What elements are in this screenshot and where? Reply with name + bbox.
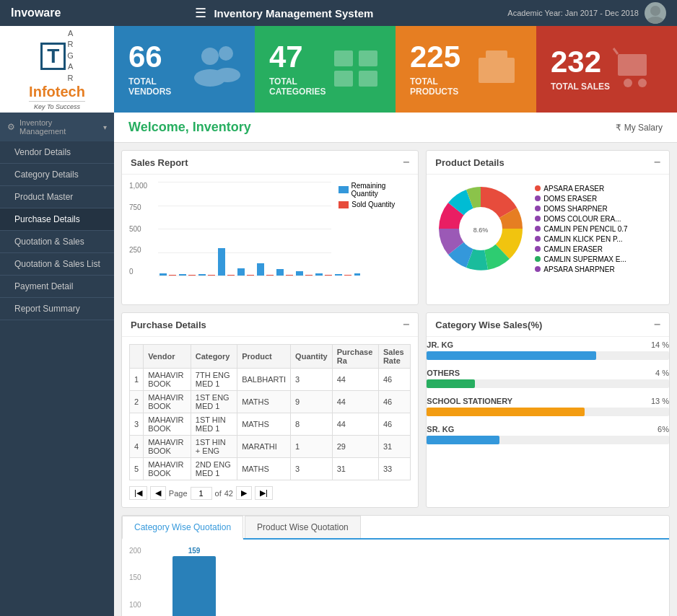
sidebar-logo: T ARGAR Infotech Key To Success <box>0 26 114 113</box>
chart-area: 1,000 750 500 250 0 <box>129 182 331 297</box>
purchase-table: Vendor Category Product Quantity Purchas… <box>129 344 411 480</box>
col-purchase-rate: Purchase Ra <box>332 345 378 369</box>
cat-row-jrkg: JR. KG 14 % <box>427 340 669 360</box>
svg-rect-6 <box>334 50 353 66</box>
row-num: 4 <box>130 436 144 458</box>
categories-number: 47 <box>269 42 331 72</box>
svg-point-3 <box>219 46 233 61</box>
row-sales-rate: 31 <box>378 436 410 458</box>
table-row: 5 MAHAVIR BOOK 2ND ENG MED 1 MATHS 3 31 … <box>130 458 411 480</box>
svg-rect-8 <box>334 71 353 87</box>
col-quantity: Quantity <box>291 345 333 369</box>
svg-rect-40 <box>335 274 342 276</box>
nav-header[interactable]: ⚙ Inventory Management ▾ <box>0 113 114 141</box>
sidebar-item-product-master[interactable]: Product Master <box>0 186 114 208</box>
sidebar-item-payment-detail[interactable]: Payment Detail <box>0 276 114 298</box>
row-category: 1ST HIN MED 1 <box>191 413 237 436</box>
academic-year: Academic Year: Jan 2017 - Dec 2018 <box>507 9 639 17</box>
svg-rect-37 <box>305 275 313 276</box>
stats-row: 66 TOTAL VENDORS 47 TOTAL CATEGORIES <box>114 26 677 113</box>
row-vendor: MAHAVIR BOOK <box>144 413 191 436</box>
quotation-panel: Category Wise Quotation Product Wise Quo… <box>121 515 670 616</box>
next-page-btn[interactable]: ▶ <box>236 486 252 500</box>
svg-rect-26 <box>198 274 206 276</box>
cat-bar-bg-others <box>427 379 669 388</box>
svg-rect-36 <box>296 271 303 276</box>
row-product: MARATHI <box>237 436 291 458</box>
categories-label: TOTAL CATEGORIES <box>269 76 331 97</box>
category-wise-sales-minimize[interactable]: − <box>654 319 660 330</box>
svg-rect-42 <box>354 273 360 276</box>
quotation-panel-body: Category Wise Quotation Product Wise Quo… <box>122 516 669 616</box>
product-details-panel: Product Details − <box>426 150 670 305</box>
svg-point-17 <box>638 79 647 87</box>
svg-rect-19 <box>625 61 629 70</box>
svg-rect-38 <box>315 273 323 276</box>
pie-area: 8.6% APSARA ERASER <box>434 182 662 278</box>
pie-chart: 8.6% <box>434 182 528 278</box>
svg-rect-21 <box>639 64 644 70</box>
cat-row-srkg: SR. KG 6% <box>427 425 669 444</box>
cat-bar-fill-others <box>427 379 475 388</box>
sales-report-minimize[interactable]: − <box>403 157 409 168</box>
product-details-body: 8.6% APSARA ERASER <box>427 175 669 285</box>
purchase-details-body: Vendor Category Product Quantity Purchas… <box>122 337 418 507</box>
row-num: 1 <box>130 369 144 391</box>
prev-page-btn[interactable]: ◀ <box>150 486 166 500</box>
cat-header-others: OTHERS 4 % <box>427 369 669 377</box>
sales-report-header: Sales Report − <box>122 151 418 175</box>
cat-row-others: OTHERS 4 % <box>427 369 669 388</box>
pie-legend-item: CAMLIN ERASER <box>535 245 627 253</box>
pie-svg: 8.6% <box>434 182 528 276</box>
svg-rect-39 <box>325 275 332 276</box>
quot-bars-container: 159 JR. KG 33 <box>158 547 662 616</box>
pie-legend-item: DOMS ERASER <box>535 195 627 203</box>
of-label: of <box>215 489 222 498</box>
middle-panels-row: Purchase Details − Vendor Category Produ… <box>121 312 670 508</box>
hamburger-icon[interactable]: ☰ <box>195 5 206 21</box>
nav-header-label: Inventory Management <box>19 118 99 136</box>
sidebar-item-quotation-sales-list[interactable]: Quotation & Sales List <box>0 253 114 276</box>
col-product: Product <box>237 345 291 369</box>
svg-rect-33 <box>266 275 274 276</box>
page-label: Page <box>169 489 188 498</box>
vendors-label: TOTAL VENDORS <box>128 76 190 97</box>
welcome-bar: Welcome, Inventory ₹ My Salary <box>114 113 677 143</box>
sidebar: T ARGAR Infotech Key To Success ⚙ Invent… <box>0 26 114 616</box>
sales-icon <box>612 47 663 92</box>
sidebar-item-report-summary[interactable]: Report Summary <box>0 298 114 320</box>
purchase-details-header: Purchase Details − <box>122 313 418 337</box>
content-area: 66 TOTAL VENDORS 47 TOTAL CATEGORIES <box>114 26 677 616</box>
sidebar-item-quotation-sales[interactable]: Quotation & Sales <box>0 231 114 253</box>
first-page-btn[interactable]: |◀ <box>129 486 147 500</box>
svg-point-13 <box>487 56 492 60</box>
sidebar-item-category-details[interactable]: Category Details <box>0 164 114 186</box>
svg-rect-28 <box>218 248 225 276</box>
cat-bar-fill-srkg <box>427 436 499 444</box>
svg-point-5 <box>214 68 240 82</box>
my-salary-link[interactable]: ₹ My Salary <box>616 123 663 133</box>
tab-product-wise[interactable]: Product Wise Quotation <box>245 516 361 538</box>
cat-bar-fill-school-stationery <box>427 408 584 416</box>
sidebar-item-purchase-details[interactable]: Purchase Details <box>0 208 114 231</box>
svg-point-16 <box>624 79 632 87</box>
sidebar-item-vendor-details[interactable]: Vendor Details <box>0 141 114 164</box>
cat-header-school-stationery: SCHOOL STATIONERY 13 % <box>427 397 669 405</box>
col-category: Category <box>191 345 237 369</box>
quot-bar-jrkg: 159 JR. KG <box>172 547 216 616</box>
last-page-btn[interactable]: ▶| <box>255 486 273 500</box>
total-pages: 42 <box>224 489 233 498</box>
pie-legend-item: APSARA SHARPNER <box>535 265 627 273</box>
pie-legend-item: CAMLIN PEN PENCIL 0.7 <box>535 225 627 233</box>
page-input[interactable] <box>191 487 212 500</box>
dashboard-body: Sales Report − <box>114 143 677 616</box>
purchase-details-minimize[interactable]: − <box>403 319 409 330</box>
product-details-minimize[interactable]: − <box>654 157 660 168</box>
row-purchase-rate: 31 <box>332 458 378 480</box>
svg-rect-27 <box>208 275 215 276</box>
svg-rect-20 <box>632 58 637 70</box>
chart-row: 1,000 750 500 250 0 <box>129 182 411 297</box>
products-icon <box>471 47 522 92</box>
tab-category-wise[interactable]: Category Wise Quotation <box>122 516 243 540</box>
nav-arrow-icon: ▾ <box>103 123 107 131</box>
